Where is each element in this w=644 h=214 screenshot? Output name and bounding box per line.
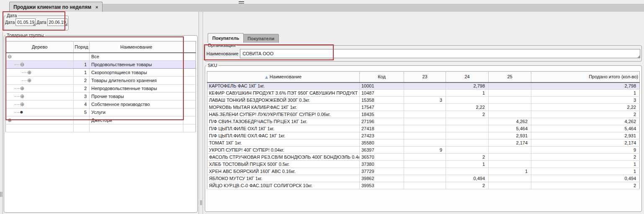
sku-row[interactable]: ЛАВАШ ТОНКИЙ БЕЗДРОЖЖЕВОЙ 300Г 0.3кг.153… <box>207 97 640 104</box>
dropdown-grip-icon[interactable] <box>64 23 67 26</box>
sku-cell-week-24 <box>446 168 489 175</box>
organization-name-label: Наименование <box>206 51 238 56</box>
date-from-input[interactable]: 01.05.19 <box>15 18 36 26</box>
tree-cell-empty <box>183 53 196 61</box>
sku-cell-code: 39953 <box>360 182 404 189</box>
tree-column-header-tree[interactable]: Дерево <box>6 41 74 53</box>
sku-cell-week-24: 1 <box>446 161 489 168</box>
expand-icon[interactable]: ⊕ <box>27 70 31 75</box>
sku-row[interactable]: ЯЙЦО КУР.ЦВ.С-0 ФАС.10ШТ СОЛИГОРСК 10кг.… <box>207 182 640 189</box>
tree-cell-name: Продовольственные товары <box>90 61 183 69</box>
sku-cell-week-25 <box>489 161 531 168</box>
sku-cell-week-25 <box>489 147 531 154</box>
tree-row[interactable]: ⊕1Скоропортящиеся товары <box>6 69 196 77</box>
organization-name-value: СОВИТА ООО <box>242 51 273 56</box>
resize-grip-icon[interactable] <box>637 55 640 58</box>
sku-row[interactable]: ЯБЛОКО МУТСУ 1КГ 1кг.398620,4940,494 <box>207 175 640 182</box>
expand-icon[interactable]: ⊕ <box>27 78 31 83</box>
close-icon[interactable]: × <box>95 4 98 10</box>
panel-grip-icon[interactable] <box>239 1 244 5</box>
tree-column-header-name[interactable]: Наименование <box>90 41 183 53</box>
sku-cell-name: ЛАВАШ ТОНКИЙ БЕЗДРОЖЖЕВОЙ 300Г 0.3кг. <box>207 97 360 104</box>
tree-cell-name: Скоропортящиеся товары <box>90 69 183 77</box>
tree-row[interactable]: ⊕3Прочие товары <box>6 93 196 101</box>
tree-cell-name: Услуги <box>90 108 183 116</box>
expand-icon[interactable]: ⊕ <box>20 102 24 107</box>
tree-row[interactable]: ⊕4Собственное производство <box>6 101 196 108</box>
splitter-grip-icon[interactable] <box>200 200 202 205</box>
sku-cell-week-24 <box>446 118 489 125</box>
expand-icon[interactable]: ⊕ <box>20 86 24 91</box>
sku-cell-week-25: 5,464 <box>489 125 531 132</box>
tab-title: Продажи клиентам по неделям <box>13 4 91 10</box>
sku-row[interactable]: П/Ф ЦЫПЛ.ФИЛЕ ОХЛ 1КГ 1кг.274185,4645,46… <box>207 125 640 132</box>
sku-cell-code: 27423 <box>360 132 404 139</box>
sku-cell-total: 2 <box>531 154 640 161</box>
tab-buyers[interactable]: Покупатели <box>243 34 279 43</box>
tree-row[interactable]: ⊖1Продовольственные товары <box>6 61 196 69</box>
sku-column-header-code[interactable]: Код <box>360 72 404 83</box>
tab-buyers-label: Покупатели <box>247 36 274 41</box>
tree-cell-empty <box>183 69 196 77</box>
sku-row[interactable]: ФАСОЛЬ СТРУЧКОВАЯ РЕЗ.СВ/М БОНДЮЭЛЬ 400Г… <box>207 154 640 161</box>
tree-row[interactable]: ●5Услуги <box>6 108 196 116</box>
sku-row[interactable]: НАБ.ЗЕЛЕНИ СУПЕР! ЛУК/УКР/ПЕТР.60Г СУПЕР… <box>207 111 640 118</box>
sku-row[interactable]: ХЛЕБ ТОСТОВЫЙ ПР.ЦЕХ 500Г 0.5кг.3738011 <box>207 161 640 168</box>
dropdown-grip-icon[interactable] <box>33 23 35 26</box>
leaf-icon: ● <box>20 110 23 115</box>
sku-cell-code: 27196 <box>360 118 404 125</box>
tab-buyer[interactable]: Покупатель <box>208 33 244 43</box>
sku-row[interactable]: ТОМАТ 1КГ 1кг.355802,1742,174 <box>207 139 640 147</box>
sku-cell-total: 2 <box>531 111 640 118</box>
sku-row[interactable]: МОРКОВЬ МЫТАЯ КАЛИБР.ФАС 1КГ 1кг.175472,… <box>207 104 640 111</box>
sku-cell-total: 9 <box>531 147 640 154</box>
tree-cell-empty <box>183 101 196 108</box>
product-groups-legend: Товарные группы <box>5 33 45 38</box>
sku-column-header-name[interactable]: ▲Наименование <box>207 72 360 83</box>
date-to-input[interactable]: 20.06.19 <box>47 18 67 26</box>
tree-column-header-empty[interactable] <box>183 41 196 53</box>
collapse-icon[interactable]: ⊖ <box>20 62 24 67</box>
tree-row[interactable]: ⊕Джестори <box>6 116 196 124</box>
sku-cell-week-23: 3 <box>404 97 446 104</box>
tree-row[interactable]: ⊕2Товары длительного хранения <box>6 77 196 85</box>
sku-cell-total: 2,174 <box>531 139 640 147</box>
sku-cell-code: 15358 <box>360 97 404 104</box>
tree-cell-order: 2 <box>74 85 90 93</box>
sku-column-header-week-24[interactable]: 24 <box>446 72 489 83</box>
sku-cell-week-24: 2 <box>446 182 489 189</box>
sku-row[interactable]: КАРТОФЕЛЬ ФАС 1КГ 1кг.100012,7982,798 <box>207 83 640 90</box>
collapse-icon[interactable]: ⊖ <box>8 54 12 59</box>
sku-cell-week-25 <box>489 90 531 97</box>
sku-column-header-week-25[interactable]: 25 <box>489 72 531 83</box>
sku-cell-name: П/Ф ЦЫПЛ.ФИЛЕ ОХЛ.ФАС 1КГ 1кг. <box>207 132 360 139</box>
sku-column-header-total[interactable]: Продано итого (кол-во) <box>531 72 640 83</box>
left-edge-splitter[interactable] <box>0 32 3 214</box>
tree-row[interactable]: ⊕2Непродовольственные товары <box>6 85 196 93</box>
sku-row[interactable]: П/Ф СВИН.ТАЗОБЕДР.ЧАСТЬ ПР.ЦЕХ 1КГ 1кг.2… <box>207 118 640 125</box>
sku-column-header-week-23[interactable]: 23 <box>404 72 446 83</box>
sku-row[interactable]: КЕФИР САВУШКИН ПРОДУКТ 3.6% ПЭТ 950Г САВ… <box>207 90 640 97</box>
sku-cell-code: 36397 <box>360 147 404 154</box>
sku-cell-week-25 <box>489 175 531 182</box>
tree-column-header-order[interactable]: Поряд <box>74 41 90 53</box>
tab-sales-by-weeks[interactable]: Продажи клиентам по неделям × <box>9 2 103 12</box>
tree-panel-splitter[interactable] <box>198 12 203 214</box>
tree-cell-name: Джестори <box>90 116 183 124</box>
tree-connector-line <box>22 72 27 73</box>
expand-icon[interactable]: ⊕ <box>8 118 12 123</box>
sku-row[interactable]: УКРОП СУПЕР! 40Г СУПЕР! 0.04кг.3639799 <box>207 147 640 154</box>
sku-cell-code: 10001 <box>360 83 404 90</box>
organization-name-input[interactable]: СОВИТА ООО <box>240 49 640 58</box>
sku-row[interactable]: П/Ф ЦЫПЛ.ФИЛЕ ОХЛ.ФАС 1КГ 1кг.274232,931… <box>207 132 640 139</box>
sku-cell-total: 2 <box>531 182 640 189</box>
sku-cell-week-23 <box>404 125 446 132</box>
splitter-grip-icon[interactable] <box>0 192 2 197</box>
sku-cell-week-23 <box>404 154 446 161</box>
tree-cell-order: 4 <box>74 101 90 108</box>
organization-group: Организация Наименование СОВИТА ООО <box>205 43 642 62</box>
sku-table-body: КАРТОФЕЛЬ ФАС 1КГ 1кг.100012,7982,798КЕФ… <box>207 83 640 189</box>
sku-row[interactable]: ХРЕН АВС БОЯРСКИЙ 160Г АВС 0.16кг.377291… <box>207 168 640 175</box>
expand-icon[interactable]: ⊕ <box>20 94 24 99</box>
tree-row[interactable]: ⊖Все <box>6 53 196 61</box>
